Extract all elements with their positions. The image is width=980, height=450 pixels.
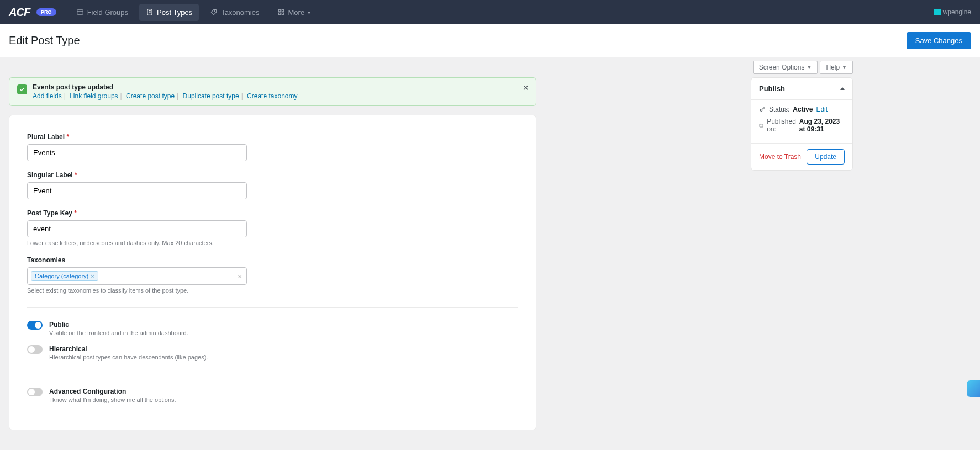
nav-post-types[interactable]: Post Types (139, 4, 199, 21)
taxonomies-help: Select existing taxonomies to classify i… (27, 287, 247, 294)
svg-rect-8 (278, 13, 281, 15)
remove-chip-icon[interactable]: × (91, 273, 94, 279)
publish-panel-header[interactable]: Publish (751, 78, 852, 100)
chat-bubble-icon[interactable] (967, 380, 980, 397)
nav-more[interactable]: More ▾ (271, 4, 318, 21)
help-button[interactable]: Help▼ (820, 61, 853, 74)
published-label: Published on: (767, 118, 796, 133)
pro-badge: PRO (36, 8, 56, 16)
taxonomies-input[interactable]: Category (category) × × (27, 267, 247, 285)
page-title: Edit Post Type (9, 34, 80, 47)
singular-label: Singular Label * (27, 171, 247, 179)
svg-rect-9 (282, 13, 284, 15)
post-type-key-input[interactable] (27, 220, 247, 237)
key-icon (759, 106, 766, 113)
advanced-desc: I know what I'm doing, show me all the o… (49, 396, 176, 403)
acf-logo: ACF (9, 6, 30, 19)
status-label: Status: (769, 105, 789, 113)
save-changes-button[interactable]: Save Changes (907, 32, 971, 49)
publish-panel: Publish Status: Active Edit Published on… (751, 77, 853, 171)
svg-rect-6 (278, 9, 281, 12)
tag-icon (210, 8, 218, 16)
nav-field-groups[interactable]: Field Groups (70, 4, 135, 21)
svg-rect-13 (760, 124, 763, 127)
calendar-icon (759, 122, 763, 129)
hierarchical-toggle[interactable] (27, 345, 43, 354)
caret-down-icon: ▼ (842, 65, 847, 70)
public-toggle[interactable] (27, 321, 43, 330)
plural-label-input[interactable] (27, 144, 247, 161)
post-type-key-label: Post Type Key * (27, 209, 247, 217)
hierarchical-label: Hierarchical (49, 345, 208, 353)
success-notice: Events post type updated Add fields| Lin… (9, 77, 536, 106)
taxonomy-chip-label: Category (category) (35, 273, 88, 279)
post-type-key-help: Lower case letters, underscores and dash… (27, 240, 247, 246)
wpengine-icon (934, 9, 941, 15)
svg-rect-0 (77, 10, 83, 14)
nav-label: Field Groups (87, 8, 128, 17)
svg-line-12 (763, 108, 765, 109)
topbar-right: wpengine (934, 8, 971, 16)
edit-status-link[interactable]: Edit (816, 105, 828, 113)
update-button[interactable]: Update (807, 149, 845, 165)
close-icon[interactable]: ✕ (523, 83, 529, 92)
nav-label: Taxonomies (221, 8, 259, 17)
svg-rect-7 (282, 9, 284, 12)
create-taxonomy-link[interactable]: Create taxonomy (247, 92, 297, 100)
caret-down-icon: ▼ (807, 65, 812, 70)
page-header: Edit Post Type Save Changes (0, 24, 980, 57)
publish-title: Publish (759, 84, 785, 93)
add-fields-link[interactable]: Add fields (33, 92, 62, 100)
singular-label-input[interactable] (27, 182, 247, 199)
svg-point-5 (214, 11, 215, 12)
published-date: Aug 23, 2023 at 09:31 (799, 118, 845, 133)
taxonomies-label: Taxonomies (27, 256, 247, 264)
topbar: ACF PRO Field Groups Post Types Taxonomi… (0, 0, 980, 24)
divider (27, 374, 518, 374)
public-label: Public (49, 321, 188, 329)
duplicate-post-type-link[interactable]: Duplicate post type (183, 92, 239, 100)
link-field-groups-link[interactable]: Link field groups (70, 92, 118, 100)
hierarchical-desc: Hierarchical post types can have descend… (49, 354, 208, 361)
caret-up-icon (840, 87, 845, 90)
plural-label: Plural Label * (27, 133, 247, 141)
public-desc: Visible on the frontend and in the admin… (49, 330, 188, 336)
check-icon (17, 84, 27, 94)
advanced-label: Advanced Configuration (49, 388, 176, 395)
nav-taxonomies[interactable]: Taxonomies (203, 4, 266, 21)
wpengine-label: wpengine (943, 8, 971, 16)
create-post-type-link[interactable]: Create post type (126, 92, 175, 100)
clear-taxonomies-icon[interactable]: × (238, 272, 242, 280)
status-value: Active (793, 105, 813, 113)
chevron-down-icon: ▾ (308, 9, 310, 15)
move-to-trash-link[interactable]: Move to Trash (759, 153, 801, 161)
nav-label: Post Types (157, 8, 192, 17)
form-card: Plural Label * Singular Label * Post Typ… (9, 115, 536, 430)
grid-icon (277, 8, 285, 16)
advanced-toggle[interactable] (27, 388, 43, 396)
divider (27, 307, 518, 308)
screen-options-button[interactable]: Screen Options▼ (753, 61, 818, 74)
taxonomy-chip: Category (category) × (31, 271, 98, 281)
nav-label: More (288, 8, 305, 17)
layers-icon (76, 8, 84, 16)
document-icon (146, 8, 154, 16)
notice-title: Events post type updated (33, 83, 528, 91)
